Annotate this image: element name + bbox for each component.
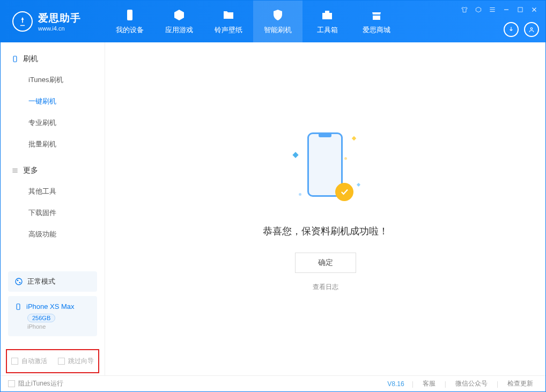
checkbox-skip-guide[interactable]: 跳过向导 xyxy=(58,357,94,366)
tab-store[interactable]: 爱思商城 xyxy=(352,1,401,42)
sidebar-group-more: 更多 xyxy=(1,160,105,181)
nav-tabs: 我的设备 应用游戏 铃声壁纸 智能刷机 工具箱 爱思商城 xyxy=(105,1,401,42)
sidebar-item-advanced[interactable]: 高级功能 xyxy=(1,224,105,245)
list-icon xyxy=(11,167,19,174)
footer-link-support[interactable]: 客服 xyxy=(418,379,440,388)
close-icon[interactable] xyxy=(529,5,539,14)
mode-box[interactable]: 正常模式 xyxy=(8,271,97,292)
checkbox-label: 阻止iTunes运行 xyxy=(18,379,63,388)
mode-label: 正常模式 xyxy=(27,277,55,286)
footer-link-wechat[interactable]: 微信公众号 xyxy=(451,379,492,388)
menu-icon[interactable] xyxy=(488,5,497,14)
sparkle-icon xyxy=(292,152,298,158)
svg-rect-1 xyxy=(518,8,522,12)
download-button[interactable] xyxy=(504,22,519,37)
device-capacity: 256GB xyxy=(27,314,55,322)
tab-my-device[interactable]: 我的设备 xyxy=(105,1,154,42)
svg-rect-3 xyxy=(13,56,17,62)
device-name: iPhone XS Max xyxy=(26,302,75,310)
tab-label: 工具箱 xyxy=(317,25,338,35)
tab-ringtones-wallpapers[interactable]: 铃声壁纸 xyxy=(204,1,253,42)
checkbox-icon xyxy=(8,380,15,387)
logo-text: 爱思助手 www.i4.cn xyxy=(38,11,81,32)
window-controls xyxy=(460,5,539,14)
sidebar-item-oneclick-flash[interactable]: 一键刷机 xyxy=(1,91,105,112)
cube-small-icon[interactable] xyxy=(474,5,483,14)
checkbox-block-itunes[interactable]: 阻止iTunes运行 xyxy=(8,379,63,388)
tab-label: 应用游戏 xyxy=(165,25,193,35)
checkbox-label: 自动激活 xyxy=(21,357,47,366)
music-folder-icon xyxy=(222,8,235,22)
device-box[interactable]: iPhone XS Max 256GB iPhone xyxy=(8,296,97,336)
tab-label: 智能刷机 xyxy=(264,25,292,35)
tshirt-icon[interactable] xyxy=(460,5,469,14)
svg-point-6 xyxy=(19,282,21,284)
highlight-box: 自动激活 跳过向导 xyxy=(6,349,99,373)
dot-icon xyxy=(299,193,301,196)
sidebar-group-flash: 刷机 xyxy=(1,49,105,69)
app-url: www.i4.cn xyxy=(38,25,81,32)
app-title: 爱思助手 xyxy=(38,11,81,25)
sidebar-item-pro-flash[interactable]: 专业刷机 xyxy=(1,112,105,134)
sidebar-item-batch-flash[interactable]: 批量刷机 xyxy=(1,134,105,155)
success-message: 恭喜您，保资料刷机成功啦！ xyxy=(263,225,388,238)
logo-icon xyxy=(12,11,33,32)
store-icon xyxy=(370,8,383,22)
tab-label: 铃声壁纸 xyxy=(215,25,242,35)
user-button[interactable] xyxy=(524,22,539,37)
device-name-row: iPhone XS Max xyxy=(14,302,91,310)
checkbox-label: 跳过向导 xyxy=(68,357,94,366)
sparkle-icon xyxy=(356,183,360,187)
checkbox-auto-activate[interactable]: 自动激活 xyxy=(11,357,47,366)
header: 爱思助手 www.i4.cn 我的设备 应用游戏 铃声壁纸 智能刷机 工具箱 爱… xyxy=(1,1,545,42)
sidebar-bottom: 正常模式 iPhone XS Max 256GB iPhone xyxy=(1,266,105,342)
maximize-icon[interactable] xyxy=(515,5,525,14)
group-title: 刷机 xyxy=(23,54,38,64)
tab-toolbox[interactable]: 工具箱 xyxy=(302,1,352,42)
tab-smart-flash[interactable]: 智能刷机 xyxy=(253,1,302,42)
group-title: 更多 xyxy=(23,166,38,175)
phone-outline-icon xyxy=(11,55,19,63)
sidebar-item-itunes-flash[interactable]: iTunes刷机 xyxy=(1,69,105,91)
footer: 阻止iTunes运行 V8.16 | 客服 | 微信公众号 | 检查更新 xyxy=(1,375,545,391)
body: 刷机 iTunes刷机 一键刷机 专业刷机 批量刷机 更多 其他工具 下载固件 … xyxy=(1,42,545,375)
version-label: V8.16 xyxy=(387,380,407,388)
sidebar-item-other-tools[interactable]: 其他工具 xyxy=(1,181,105,202)
svg-rect-7 xyxy=(17,304,20,309)
cube-icon xyxy=(172,8,186,22)
tab-apps-games[interactable]: 应用游戏 xyxy=(154,1,204,42)
check-badge-icon xyxy=(335,183,353,201)
success-illustration xyxy=(288,126,363,212)
phone-icon xyxy=(123,8,137,22)
view-log-link[interactable]: 查看日志 xyxy=(313,283,338,292)
minimize-icon[interactable] xyxy=(501,5,511,14)
logo-area: 爱思助手 www.i4.cn xyxy=(1,11,105,32)
device-type: iPhone xyxy=(27,323,91,330)
dot-icon xyxy=(344,157,347,160)
sidebar-item-download-firmware[interactable]: 下载固件 xyxy=(1,202,105,224)
header-action-buttons xyxy=(504,22,539,37)
ok-button[interactable]: 确定 xyxy=(295,253,356,273)
sidebar: 刷机 iTunes刷机 一键刷机 专业刷机 批量刷机 更多 其他工具 下载固件 … xyxy=(1,42,105,375)
checkbox-icon xyxy=(58,358,65,365)
tab-label: 我的设备 xyxy=(116,25,144,35)
tab-label: 爱思商城 xyxy=(363,25,390,35)
footer-right: V8.16 | 客服 | 微信公众号 | 检查更新 xyxy=(387,379,538,388)
mode-icon xyxy=(14,277,23,286)
shield-refresh-icon xyxy=(271,8,285,22)
checkbox-icon xyxy=(11,358,18,365)
device-icon xyxy=(14,303,22,310)
footer-link-update[interactable]: 检查更新 xyxy=(503,379,538,388)
sidebar-scroll: 刷机 iTunes刷机 一键刷机 专业刷机 批量刷机 更多 其他工具 下载固件 … xyxy=(1,42,105,266)
svg-point-2 xyxy=(530,28,533,30)
toolbox-icon xyxy=(320,8,334,22)
sparkle-icon xyxy=(351,136,356,140)
svg-point-5 xyxy=(17,280,19,282)
svg-point-4 xyxy=(16,278,22,285)
svg-rect-0 xyxy=(127,10,132,20)
main-content: 恭喜您，保资料刷机成功啦！ 确定 查看日志 xyxy=(105,42,545,375)
